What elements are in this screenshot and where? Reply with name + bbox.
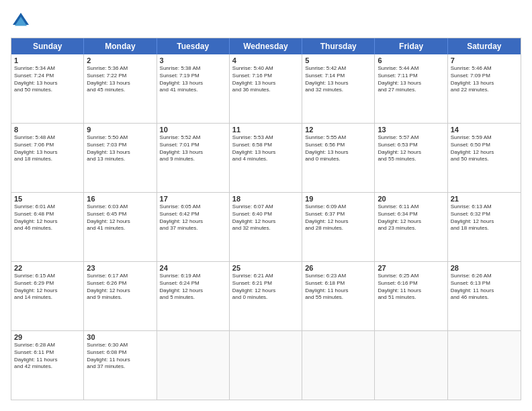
day-info: Sunrise: 5:48 AM Sunset: 7:06 PM Dayligh…: [14, 134, 81, 163]
calendar-cell: 6Sunrise: 5:44 AM Sunset: 7:11 PM Daylig…: [375, 54, 447, 123]
day-info: Sunrise: 6:15 AM Sunset: 6:29 PM Dayligh…: [14, 273, 81, 302]
calendar: SundayMondayTuesdayWednesdayThursdayFrid…: [11, 38, 521, 400]
day-number: 30: [87, 333, 153, 341]
day-number: 22: [14, 264, 81, 272]
day-number: 28: [451, 264, 518, 272]
day-info: Sunrise: 5:52 AM Sunset: 7:01 PM Dayligh…: [160, 134, 226, 163]
day-number: 26: [305, 264, 371, 272]
day-number: 20: [378, 195, 444, 203]
calendar-cell: 17Sunrise: 6:05 AM Sunset: 6:42 PM Dayli…: [157, 193, 230, 261]
day-number: 7: [451, 56, 518, 64]
day-number: 19: [305, 195, 371, 203]
day-info: Sunrise: 6:17 AM Sunset: 6:26 PM Dayligh…: [87, 273, 153, 302]
day-info: Sunrise: 5:44 AM Sunset: 7:11 PM Dayligh…: [378, 65, 444, 94]
weekday-header: Monday: [84, 38, 157, 54]
day-info: Sunrise: 6:07 AM Sunset: 6:40 PM Dayligh…: [232, 203, 299, 232]
day-number: 15: [14, 195, 81, 203]
calendar-cell: 13Sunrise: 5:57 AM Sunset: 6:53 PM Dayli…: [375, 124, 447, 192]
calendar-cell: 15Sunrise: 6:01 AM Sunset: 6:48 PM Dayli…: [11, 193, 84, 261]
day-number: 8: [14, 126, 81, 134]
calendar-cell: 19Sunrise: 6:09 AM Sunset: 6:37 PM Dayli…: [302, 193, 375, 261]
day-number: 3: [160, 56, 226, 64]
day-number: 18: [232, 195, 299, 203]
day-number: 10: [160, 126, 226, 134]
calendar-cell: 21Sunrise: 6:13 AM Sunset: 6:32 PM Dayli…: [448, 193, 521, 261]
day-number: 5: [305, 56, 371, 64]
calendar-cell: 24Sunrise: 6:19 AM Sunset: 6:24 PM Dayli…: [157, 262, 230, 330]
calendar-cell: 26Sunrise: 6:23 AM Sunset: 6:18 PM Dayli…: [302, 262, 375, 330]
day-info: Sunrise: 6:21 AM Sunset: 6:21 PM Dayligh…: [232, 273, 299, 302]
calendar-cell: 30Sunrise: 6:30 AM Sunset: 6:08 PM Dayli…: [84, 331, 157, 400]
day-number: 4: [232, 56, 299, 64]
calendar-cell: 14Sunrise: 5:59 AM Sunset: 6:50 PM Dayli…: [448, 124, 521, 192]
day-info: Sunrise: 6:30 AM Sunset: 6:08 PM Dayligh…: [87, 342, 153, 371]
day-number: 9: [87, 126, 153, 134]
day-info: Sunrise: 6:01 AM Sunset: 6:48 PM Dayligh…: [14, 203, 81, 232]
day-info: Sunrise: 6:13 AM Sunset: 6:32 PM Dayligh…: [451, 203, 518, 232]
calendar-header: SundayMondayTuesdayWednesdayThursdayFrid…: [11, 38, 521, 54]
weekday-header: Thursday: [302, 38, 375, 54]
day-info: Sunrise: 5:38 AM Sunset: 7:19 PM Dayligh…: [160, 65, 226, 94]
calendar-cell: 12Sunrise: 5:55 AM Sunset: 6:56 PM Dayli…: [302, 124, 375, 192]
calendar-cell: 23Sunrise: 6:17 AM Sunset: 6:26 PM Dayli…: [84, 262, 157, 330]
calendar-row: 29Sunrise: 6:28 AM Sunset: 6:11 PM Dayli…: [11, 331, 521, 400]
weekday-header: Friday: [375, 38, 447, 54]
calendar-row: 1Sunrise: 5:34 AM Sunset: 7:24 PM Daylig…: [11, 54, 521, 124]
calendar-cell: 8Sunrise: 5:48 AM Sunset: 7:06 PM Daylig…: [11, 124, 84, 192]
weekday-header: Tuesday: [157, 38, 230, 54]
day-info: Sunrise: 5:59 AM Sunset: 6:50 PM Dayligh…: [451, 134, 518, 163]
calendar-cell: 3Sunrise: 5:38 AM Sunset: 7:19 PM Daylig…: [157, 54, 230, 123]
calendar-cell: 22Sunrise: 6:15 AM Sunset: 6:29 PM Dayli…: [11, 262, 84, 330]
calendar-cell: 4Sunrise: 5:40 AM Sunset: 7:16 PM Daylig…: [230, 54, 302, 123]
calendar-cell: [448, 331, 521, 400]
day-number: 23: [87, 264, 153, 272]
day-info: Sunrise: 5:50 AM Sunset: 7:03 PM Dayligh…: [87, 134, 153, 163]
day-info: Sunrise: 5:34 AM Sunset: 7:24 PM Dayligh…: [14, 65, 81, 94]
day-info: Sunrise: 6:19 AM Sunset: 6:24 PM Dayligh…: [160, 273, 226, 302]
calendar-row: 22Sunrise: 6:15 AM Sunset: 6:29 PM Dayli…: [11, 262, 521, 331]
day-info: Sunrise: 6:25 AM Sunset: 6:16 PM Dayligh…: [378, 273, 444, 302]
day-number: 27: [378, 264, 444, 272]
calendar-cell: 20Sunrise: 6:11 AM Sunset: 6:34 PM Dayli…: [375, 193, 447, 261]
calendar-cell: 10Sunrise: 5:52 AM Sunset: 7:01 PM Dayli…: [157, 124, 230, 192]
logo-icon: [11, 11, 31, 31]
calendar-cell: 28Sunrise: 6:26 AM Sunset: 6:13 PM Dayli…: [448, 262, 521, 330]
calendar-row: 15Sunrise: 6:01 AM Sunset: 6:48 PM Dayli…: [11, 193, 521, 262]
day-info: Sunrise: 5:40 AM Sunset: 7:16 PM Dayligh…: [232, 65, 299, 94]
calendar-cell: 5Sunrise: 5:42 AM Sunset: 7:14 PM Daylig…: [302, 54, 375, 123]
day-info: Sunrise: 6:28 AM Sunset: 6:11 PM Dayligh…: [14, 342, 81, 371]
day-info: Sunrise: 6:23 AM Sunset: 6:18 PM Dayligh…: [305, 273, 371, 302]
calendar-cell: 2Sunrise: 5:36 AM Sunset: 7:22 PM Daylig…: [84, 54, 157, 123]
calendar-cell: 11Sunrise: 5:53 AM Sunset: 6:58 PM Dayli…: [230, 124, 302, 192]
calendar-cell: 29Sunrise: 6:28 AM Sunset: 6:11 PM Dayli…: [11, 331, 84, 400]
day-info: Sunrise: 6:05 AM Sunset: 6:42 PM Dayligh…: [160, 203, 226, 232]
day-number: 29: [14, 333, 81, 341]
day-number: 24: [160, 264, 226, 272]
calendar-cell: [230, 331, 302, 400]
calendar-cell: 16Sunrise: 6:03 AM Sunset: 6:45 PM Dayli…: [84, 193, 157, 261]
calendar-cell: 25Sunrise: 6:21 AM Sunset: 6:21 PM Dayli…: [230, 262, 302, 330]
page-header: [11, 11, 521, 31]
calendar-cell: 18Sunrise: 6:07 AM Sunset: 6:40 PM Dayli…: [230, 193, 302, 261]
weekday-header: Saturday: [448, 38, 521, 54]
day-number: 13: [378, 126, 444, 134]
day-number: 12: [305, 126, 371, 134]
day-number: 17: [160, 195, 226, 203]
calendar-cell: [157, 331, 230, 400]
day-number: 16: [87, 195, 153, 203]
day-info: Sunrise: 6:11 AM Sunset: 6:34 PM Dayligh…: [378, 203, 444, 232]
weekday-header: Wednesday: [230, 38, 302, 54]
day-number: 25: [232, 264, 299, 272]
day-info: Sunrise: 5:36 AM Sunset: 7:22 PM Dayligh…: [87, 65, 153, 94]
calendar-cell: 27Sunrise: 6:25 AM Sunset: 6:16 PM Dayli…: [375, 262, 447, 330]
day-info: Sunrise: 6:26 AM Sunset: 6:13 PM Dayligh…: [451, 273, 518, 302]
day-number: 14: [451, 126, 518, 134]
weekday-header: Sunday: [11, 38, 84, 54]
day-number: 2: [87, 56, 153, 64]
calendar-cell: 9Sunrise: 5:50 AM Sunset: 7:03 PM Daylig…: [84, 124, 157, 192]
day-info: Sunrise: 6:09 AM Sunset: 6:37 PM Dayligh…: [305, 203, 371, 232]
day-info: Sunrise: 5:42 AM Sunset: 7:14 PM Dayligh…: [305, 65, 371, 94]
day-info: Sunrise: 5:46 AM Sunset: 7:09 PM Dayligh…: [451, 65, 518, 94]
day-info: Sunrise: 6:03 AM Sunset: 6:45 PM Dayligh…: [87, 203, 153, 232]
day-info: Sunrise: 5:57 AM Sunset: 6:53 PM Dayligh…: [378, 134, 444, 163]
